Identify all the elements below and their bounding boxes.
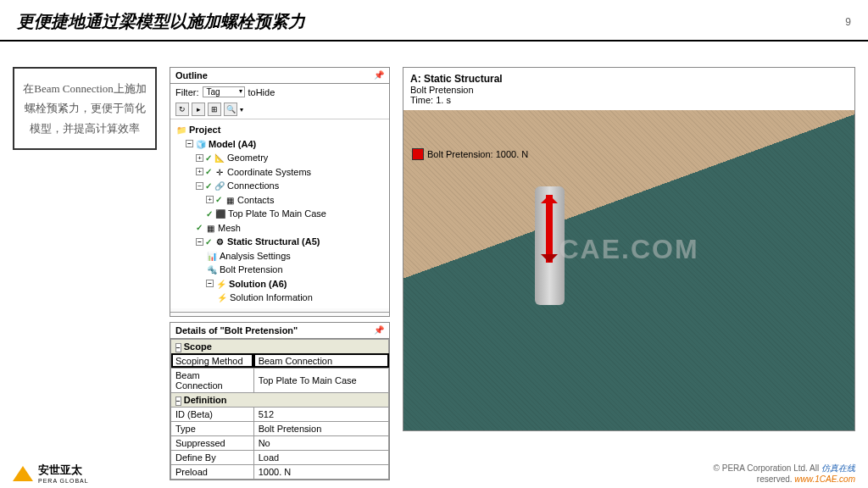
geometry-icon: 📐	[214, 152, 225, 164]
expand-toggle[interactable]: +	[196, 154, 203, 162]
collapse-toggle[interactable]: −	[175, 343, 181, 352]
static-icon: ⚙	[214, 236, 225, 247]
annotation-box: 在Beam Connection上施加螺栓预紧力，更便于简化模型，并提高计算效率	[13, 67, 157, 150]
outline-panel: Outline 📌 Filter: Tag toHide ↻ ▸ ⊞ 🔍 ▾ 📁…	[170, 67, 390, 317]
check-icon: ✓	[205, 165, 212, 178]
details-panel: Details of "Bolt Pretension" 📌 − Scope S…	[170, 322, 390, 480]
check-icon: ✓	[196, 221, 203, 234]
viewer-title: A: Static Structural	[410, 73, 503, 85]
filter-dropdown[interactable]: Tag	[203, 86, 245, 97]
collapse-toggle[interactable]: −	[196, 238, 203, 246]
pretension-arrow	[546, 195, 553, 263]
legend-swatch	[412, 148, 424, 160]
check-icon: ✓	[206, 208, 213, 220]
footer-logo: 安世亚太 PERA GLOBAL	[13, 463, 89, 484]
model-tree[interactable]: 📁Project −🧊Model (A4) +✓📐Geometry +✓✛Coo…	[170, 119, 389, 308]
filter-label: Filter:	[175, 87, 199, 97]
filter-text: toHide	[248, 87, 275, 97]
check-icon: ✓	[205, 180, 212, 192]
info-icon: ⚡	[216, 291, 228, 303]
expand-icon[interactable]: ▸	[192, 103, 205, 116]
suppressed-row[interactable]: SuppressedNo	[171, 435, 389, 450]
check-icon: ✓	[205, 152, 212, 164]
beam-icon: ⬛	[214, 208, 226, 219]
contacts-icon: ▦	[224, 194, 236, 206]
collapse-icon[interactable]: ⊞	[208, 103, 221, 116]
legend: Bolt Pretension: 1000. N	[412, 148, 528, 160]
outline-toolbar: ↻ ▸ ⊞ 🔍 ▾	[170, 100, 389, 119]
outline-title: Outline	[175, 70, 208, 80]
settings-icon: 📊	[206, 250, 218, 262]
collapse-toggle[interactable]: −	[175, 396, 181, 406]
details-title: Details of "Bolt Pretension"	[175, 325, 298, 336]
pin-icon[interactable]: 📌	[374, 325, 384, 336]
page-number: 9	[845, 16, 851, 28]
viewer-subtitle: Bolt Pretension	[410, 85, 474, 95]
collapse-toggle[interactable]: −	[206, 280, 214, 287]
check-icon: ✓	[205, 236, 212, 248]
type-row[interactable]: TypeBolt Pretension	[171, 421, 389, 435]
footer-url: www.1CAE.com	[794, 474, 855, 484]
brand-cn: 安世亚太	[38, 463, 89, 478]
legend-label: Bolt Pretension: 1000. N	[427, 149, 528, 159]
page-title: 更便捷地通过梁模型以施加螺栓预紧力	[17, 10, 305, 33]
logo-triangle-icon	[13, 466, 33, 481]
toolbar-dropdown-icon[interactable]: ▾	[240, 106, 243, 114]
expand-toggle[interactable]: +	[196, 168, 203, 175]
collapse-toggle[interactable]: −	[196, 182, 203, 190]
find-icon[interactable]: 🔍	[224, 103, 237, 116]
coord-icon: ✛	[214, 166, 225, 178]
brand-en: PERA GLOBAL	[38, 478, 89, 484]
bolt-icon: 🔩	[206, 263, 218, 275]
expand-toggle[interactable]: +	[206, 196, 214, 203]
check-icon: ✓	[215, 193, 222, 206]
connections-icon: 🔗	[214, 180, 225, 191]
mesh-icon: ▦	[204, 222, 216, 234]
scoping-method-row[interactable]: Scoping MethodBeam Connection	[171, 353, 389, 368]
refresh-icon[interactable]: ↻	[175, 103, 189, 116]
model-icon: 🧊	[195, 138, 207, 150]
3d-viewer[interactable]: A: Static Structural Bolt Pretension Tim…	[403, 67, 855, 431]
solution-icon: ⚡	[215, 278, 227, 290]
id-row[interactable]: ID (Beta)512	[171, 407, 389, 421]
pin-icon[interactable]: 📌	[374, 70, 384, 80]
collapse-toggle[interactable]: −	[186, 140, 193, 147]
footer-right: © PERA Corporation Ltd. All 仿真在线 reserve…	[714, 463, 855, 484]
beam-conn-row[interactable]: Beam ConnectionTop Plate To Main Case	[171, 368, 389, 392]
project-icon: 📁	[175, 124, 187, 136]
viewer-time: Time: 1. s	[410, 95, 451, 105]
